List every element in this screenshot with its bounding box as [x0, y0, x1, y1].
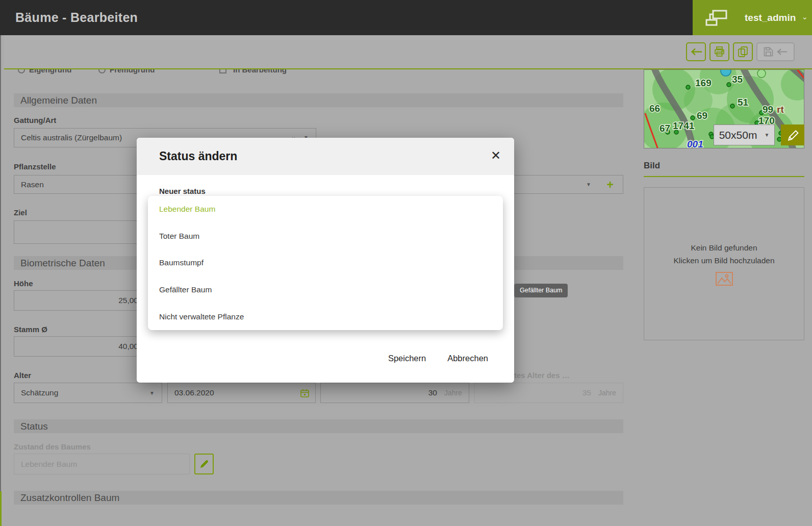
map-label: 169	[695, 78, 712, 88]
dropdown-arrow-icon[interactable]: ▼	[586, 182, 591, 187]
map-label: rt	[777, 104, 784, 115]
new-status-label: Neuer status	[159, 187, 206, 195]
map-label: 35	[732, 74, 743, 85]
map-label: 66	[649, 103, 660, 114]
zustand-input: Lebender Baum	[14, 454, 190, 474]
image-upload-dropzone[interactable]: Kein Bild gefunden Klicken um Bild hochz…	[644, 187, 804, 340]
pencil-icon	[199, 459, 209, 469]
left-green-strip	[0, 491, 2, 526]
alter-label: Alter	[14, 371, 31, 380]
edit-status-button[interactable]	[194, 454, 214, 474]
map-label: 69	[697, 110, 707, 121]
no-image-text: Kein Bild gefunden	[691, 242, 757, 253]
print-button[interactable]	[709, 42, 729, 61]
cancel-button[interactable]: Abbrechen	[447, 354, 488, 363]
app-window: Bäume - Bearbeiten test_admin ⌄	[0, 0, 812, 526]
map-label: 51	[738, 97, 749, 108]
status-option[interactable]: Toter Baum	[148, 223, 503, 250]
toolbar-strip	[4, 35, 812, 69]
alter-method-select[interactable]: Schätzung ▼	[14, 383, 162, 403]
map-label: 67	[659, 123, 670, 134]
hoehe-input[interactable]: 25,00	[14, 290, 145, 311]
chevron-down-icon: ⌄	[801, 12, 808, 21]
save-back-button-disabled	[756, 42, 795, 61]
section-allgemeine-daten: Allgemeine Daten	[14, 93, 623, 107]
hoehe-value: 25,00	[21, 296, 138, 305]
workflow-print-icon[interactable]	[705, 10, 728, 26]
status-option[interactable]: Nicht verwaltete Pflanze	[148, 303, 503, 330]
status-change-modal: Status ändern ✕ Neuer status Lebender Ba…	[137, 138, 514, 383]
alter-years-value: 30	[327, 388, 437, 397]
gattung-label: Gattung/Art	[14, 116, 56, 124]
pencil-icon	[786, 129, 799, 142]
expected-age-label-cut: tes Alter des …	[514, 371, 570, 380]
arrow-left-icon	[690, 47, 702, 56]
modal-actions: Speichern Abbrechen	[388, 354, 488, 363]
pflanzstelle-value: Rasen	[21, 180, 44, 189]
status-tooltip: Gefällter Baum	[514, 284, 568, 297]
map-label: 001	[687, 139, 703, 148]
user-name-label: test_admin	[745, 0, 796, 35]
pflanzstelle-label: Pflanzstelle	[14, 162, 56, 171]
top-header-bar: Bäume - Bearbeiten test_admin ⌄	[0, 0, 812, 35]
ziel-label: Ziel	[14, 208, 27, 217]
stamm-label: Stamm Ø	[14, 325, 47, 334]
stamm-input[interactable]: 40,00	[14, 336, 145, 357]
calendar-icon[interactable]	[300, 389, 309, 397]
expected-age-unit: Jahre	[598, 389, 616, 397]
save-button[interactable]: Speichern	[388, 354, 426, 363]
map-edit-button[interactable]	[781, 124, 804, 145]
map-thumbnail[interactable]: 169355199rt1706669671741001 50x50m ▼	[644, 69, 804, 148]
hoehe-label: Höhe	[14, 279, 33, 288]
map-label: 1741	[673, 120, 695, 131]
alter-years-input[interactable]: 30 Jahre	[320, 383, 469, 403]
back-button[interactable]	[686, 42, 706, 61]
close-icon[interactable]: ✕	[491, 148, 501, 163]
map-label: 99	[763, 104, 773, 115]
modal-header: Status ändern ✕	[137, 138, 514, 175]
map-scale-dropdown[interactable]: 50x50m ▼	[714, 124, 775, 145]
status-option[interactable]: Gefällter Baum	[148, 277, 503, 304]
dropdown-arrow-icon: ▼	[764, 132, 769, 138]
section-status: Status	[14, 419, 623, 433]
alter-method-value: Schätzung	[21, 388, 58, 397]
alter-date-input[interactable]: 03.06.2020	[167, 383, 316, 403]
user-menu[interactable]: test_admin ⌄	[693, 0, 812, 35]
status-options-list: Lebender BaumToter BaumBaumstumpfGefällt…	[148, 196, 503, 330]
gattung-value: Celtis australis (Zürgelbaum)	[21, 133, 122, 142]
zustand-label: Zustand des Baumes	[14, 442, 91, 451]
map-scale-value: 50x50m	[719, 129, 757, 141]
zustand-value: Lebender Baum	[21, 460, 77, 469]
stamm-value: 40,00	[21, 342, 138, 351]
dropdown-arrow-icon[interactable]: ▼	[149, 390, 155, 396]
status-option[interactable]: Lebender Baum	[148, 196, 503, 223]
bild-underline	[644, 176, 804, 177]
add-entry-plus-icon[interactable]: +	[607, 178, 614, 192]
upload-hint-text: Klicken um Bild hochzuladen	[673, 255, 774, 266]
copy-button[interactable]	[733, 42, 753, 61]
printer-icon	[714, 46, 725, 57]
copy-icon	[738, 46, 748, 57]
page-title: Bäume - Bearbeiten	[15, 0, 138, 35]
bild-section-title: Bild	[644, 161, 660, 171]
arrow-left-icon	[776, 48, 788, 56]
status-option[interactable]: Baumstumpf	[148, 249, 503, 277]
expected-age-input: 35 Jahre	[474, 383, 623, 403]
alter-date-value: 03.06.2020	[174, 388, 214, 397]
expected-age-value: 35	[481, 388, 591, 397]
alter-years-unit: Jahre	[444, 389, 462, 397]
save-floppy-icon	[764, 47, 773, 57]
image-placeholder-icon	[716, 272, 733, 286]
section-zusatzkontrollen: Zusatzkontrollen Baum	[14, 491, 623, 505]
modal-title: Status ändern	[159, 138, 237, 175]
